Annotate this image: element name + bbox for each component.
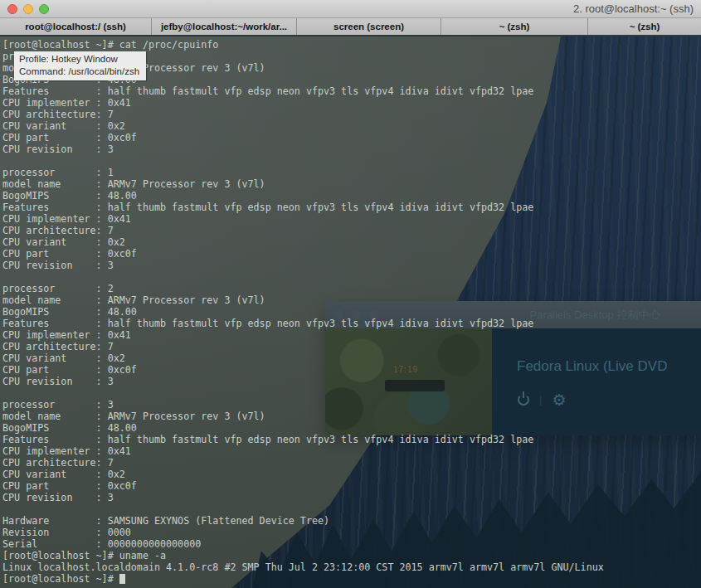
terminal-line: CPU variant : 0x2 [2, 352, 701, 364]
terminal-line: [root@localhost ~]# [2, 573, 701, 585]
terminal-line: CPU implementer : 0x41 [2, 329, 701, 341]
terminal-line: Features : half thumb fastmult vfp edsp … [2, 318, 701, 329]
tab-2[interactable]: jefby@localhost:~/work/ar... [152, 18, 297, 35]
tooltip-command-line: Command: /usr/local/bin/zsh [19, 66, 139, 78]
terminal-line: model name : ARMv7 Processor rev 3 (v7l) [2, 411, 701, 422]
tab-5[interactable]: ~ (zsh) [588, 18, 701, 35]
terminal-line [2, 271, 701, 283]
terminal-line: processor : 2 [2, 283, 701, 294]
terminal-cursor [119, 574, 125, 584]
terminal-line: CPU architecture: 7 [2, 109, 701, 120]
terminal-line: Serial : 0000000000000000 [2, 538, 701, 550]
tab-1[interactable]: root@localhost:/ (ssh) [0, 18, 152, 35]
terminal-line: processor : 3 [2, 399, 701, 411]
zoom-button[interactable] [39, 4, 49, 14]
terminal-line: BogoMIPS : 48.00 [2, 306, 701, 318]
window-titlebar[interactable]: 2. root@localhost:~ (ssh) [0, 0, 701, 18]
terminal-line [2, 387, 701, 399]
terminal-line: CPU part : 0xc0f [2, 480, 701, 492]
terminal-line: Features : half thumb fastmult vfp edsp … [2, 202, 701, 213]
close-button[interactable] [7, 4, 17, 14]
terminal-line: Revision : 0000 [2, 527, 701, 538]
terminal-line: Features : half thumb fastmult vfp edsp … [2, 85, 701, 97]
minimize-button[interactable] [23, 4, 33, 14]
terminal-line: Hardware : SAMSUNG EXYNOS (Flattened Dev… [2, 515, 701, 527]
terminal-line: Linux localhost.localdomain 4.1.0-rc8 #2… [2, 561, 701, 573]
profile-tooltip: Profile: Hotkey Window Command: /usr/loc… [14, 51, 146, 80]
tab-bar: root@localhost:/ (ssh)jefby@localhost:~/… [0, 18, 701, 36]
terminal-line: CPU variant : 0x2 [2, 469, 701, 480]
tab-label: root@localhost:/ (ssh) [25, 22, 126, 32]
terminal-line: CPU revision : 3 [2, 376, 701, 387]
terminal-line: CPU variant : 0x2 [2, 236, 701, 248]
tab-label: ~ (zsh) [499, 22, 530, 32]
terminal-line: processor : 1 [2, 167, 701, 178]
terminal-line: CPU part : 0xc0f [2, 248, 701, 260]
terminal-line: Features : half thumb fastmult vfp edsp … [2, 434, 701, 445]
tab-label: screen (screen) [333, 22, 404, 32]
terminal-line: BogoMIPS : 48.00 [2, 422, 701, 434]
terminal-line: [root@localhost ~]# cat /proc/cpuinfo [2, 39, 701, 51]
traffic-lights [7, 4, 49, 14]
tooltip-profile-line: Profile: Hotkey Window [19, 53, 139, 66]
tab-3[interactable]: screen (screen) [297, 18, 441, 35]
terminal-line: CPU revision : 3 [2, 492, 701, 503]
terminal-line: CPU part : 0xc0f [2, 364, 701, 376]
terminal-line: CPU architecture: 7 [2, 341, 701, 352]
terminal-content-area[interactable]: Parallels Desktop 控制中心 17:19 Fedora Linu… [0, 36, 701, 588]
tab-label: ~ (zsh) [630, 22, 660, 32]
terminal-line: CPU part : 0xc0f [2, 132, 701, 143]
terminal-line: CPU architecture: 7 [2, 457, 701, 469]
terminal-line [2, 503, 701, 515]
terminal-line: CPU implementer : 0x41 [2, 97, 701, 109]
window-title: 2. root@localhost:~ (ssh) [573, 0, 694, 17]
terminal-line [2, 155, 701, 167]
terminal-line: CPU implementer : 0x41 [2, 445, 701, 457]
terminal-line: model name : ARMv7 Processor rev 3 (v7l) [2, 178, 701, 190]
terminal-line: [root@localhost ~]# uname -a [2, 550, 701, 561]
terminal-line: CPU architecture: 7 [2, 225, 701, 236]
terminal-line: model name : ARMv7 Processor rev 3 (v7l) [2, 294, 701, 306]
terminal-line: BogoMIPS : 48.00 [2, 190, 701, 202]
terminal-line: CPU revision : 3 [2, 143, 701, 155]
terminal-line: CPU variant : 0x2 [2, 120, 701, 132]
terminal-line: CPU revision : 3 [2, 260, 701, 271]
terminal-line: CPU implementer : 0x41 [2, 213, 701, 225]
terminal-window: 2. root@localhost:~ (ssh) root@localhost… [0, 0, 701, 588]
tab-label: jefby@localhost:~/work/ar... [161, 22, 287, 32]
terminal-output[interactable]: [root@localhost ~]# cat /proc/cpuinfopro… [0, 36, 701, 588]
tab-4[interactable]: ~ (zsh) [441, 18, 588, 35]
